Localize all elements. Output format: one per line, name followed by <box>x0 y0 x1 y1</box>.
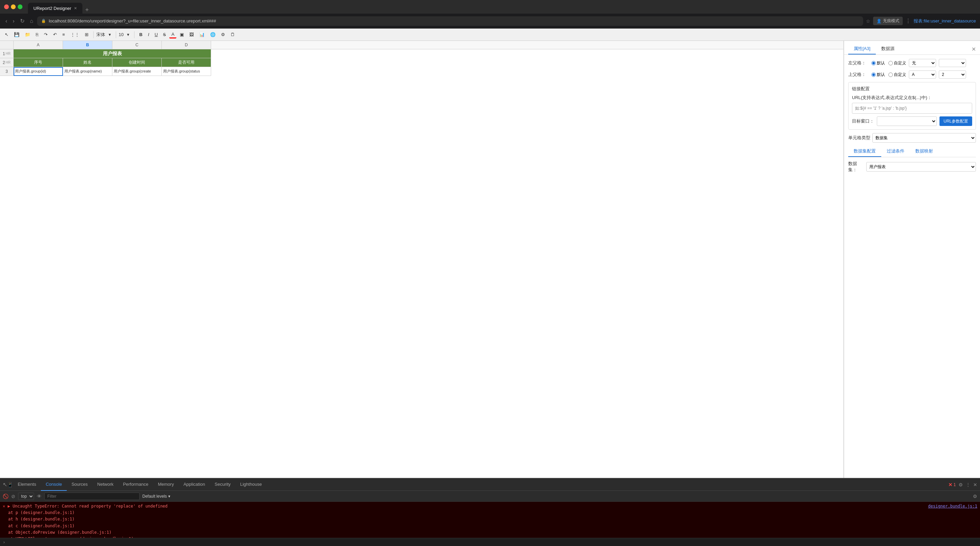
border-button[interactable]: ▣ <box>178 31 186 38</box>
data-tab-filter[interactable]: 过滤条件 <box>881 146 910 157</box>
devtools-device-icon[interactable]: 📱 <box>7 482 13 487</box>
font-dropdown-icon[interactable]: ▾ <box>107 31 113 38</box>
cell-3a[interactable]: 用户报表.group(id) <box>14 67 63 76</box>
close-button[interactable] <box>4 5 9 9</box>
maximize-button[interactable] <box>18 5 22 9</box>
image-button[interactable]: 🖼 <box>187 31 196 38</box>
devtools-tab-console[interactable]: Console <box>41 479 67 491</box>
left-custom-radio[interactable]: 自定义 <box>888 60 906 66</box>
devtools-tab-performance[interactable]: Performance <box>118 479 153 491</box>
cell-2a[interactable]: 序号 <box>14 58 63 67</box>
left-select-1[interactable]: 无 <box>909 59 936 67</box>
default-levels-btn[interactable]: Default levels ▾ <box>142 494 170 499</box>
devtools-tab-application[interactable]: Application <box>179 479 210 491</box>
tab-bar: UReport2 Designer ✕ + <box>25 0 976 14</box>
url-param-button[interactable]: URL参数配置 <box>939 116 972 126</box>
left-default-radio[interactable]: 默认 <box>871 60 885 66</box>
row-label-1: HR <box>6 52 11 56</box>
eye-icon[interactable]: 👁 <box>37 494 41 499</box>
data-tab-dataset[interactable]: 数据集配置 <box>848 146 881 157</box>
font-color-button[interactable]: A <box>169 31 177 38</box>
cell-type-select[interactable]: 数据集 <box>872 133 976 143</box>
bold-button[interactable]: B <box>137 31 145 38</box>
cell-3d[interactable]: 用户报表.group(status <box>162 67 211 76</box>
devtools-tab-console-label: Console <box>46 482 62 487</box>
url-bar[interactable]: 🔒 localhost:8080/demo/ureport/designer?_… <box>37 16 863 26</box>
underline-button[interactable]: U <box>153 31 160 38</box>
browser-menu-icon[interactable]: ⋮ <box>905 18 911 24</box>
devtools-tab-lighthouse[interactable]: Lighthouse <box>235 479 267 491</box>
merged-cell-title[interactable]: 用户报表 <box>14 49 211 58</box>
back-button[interactable]: ‹ <box>4 17 8 25</box>
col-header-a[interactable]: A <box>14 41 63 49</box>
web-button[interactable]: 🌐 <box>208 31 218 38</box>
tab-datasource-label: 数据源 <box>881 46 894 51</box>
col-header-d[interactable]: D <box>162 41 211 49</box>
tab-attr[interactable]: 属性[A3] <box>848 44 876 54</box>
tab-datasource[interactable]: 数据源 <box>876 44 900 54</box>
home-button[interactable]: ⌂ <box>29 17 35 25</box>
url-input[interactable] <box>852 103 972 114</box>
cell-2d[interactable]: 是否可用 <box>162 58 211 67</box>
cell-3c[interactable]: 用户报表.group(create <box>112 67 162 76</box>
font-name[interactable]: 宋体 <box>96 32 105 38</box>
font-size[interactable]: 10 <box>119 32 124 37</box>
cell-2c[interactable]: 创建时间 <box>112 58 162 67</box>
devtools-select-icon[interactable]: ↖ <box>3 481 7 488</box>
toolbar-open-icon[interactable]: 📁 <box>23 31 32 38</box>
dataset-select[interactable]: 用户报表 <box>866 162 976 171</box>
devtools-tab-elements[interactable]: Elements <box>13 479 41 491</box>
toolbar-undo-icon[interactable]: ↶ <box>51 31 59 38</box>
top-default-radio[interactable]: 默认 <box>871 72 885 78</box>
data-tab-mapping[interactable]: 数据映射 <box>910 146 939 157</box>
devtools-tab-sources[interactable]: Sources <box>67 479 92 491</box>
new-tab-icon[interactable]: + <box>85 6 89 14</box>
fontsize-dropdown-icon[interactable]: ▾ <box>125 31 131 38</box>
context-select[interactable]: top <box>18 492 34 500</box>
chart-button[interactable]: 📊 <box>197 31 207 38</box>
profile-button[interactable]: 👤 无痕模式 <box>873 17 903 25</box>
toolbar-save-icon[interactable]: 💾 <box>12 31 21 38</box>
filter-input[interactable] <box>44 492 140 500</box>
toolbar-lines-icon[interactable]: ≡ <box>60 31 67 38</box>
devtools-tab-network-label: Network <box>97 482 114 487</box>
italic-button[interactable]: I <box>146 31 151 38</box>
col-header-c[interactable]: C <box>112 41 162 49</box>
console-input-row: › <box>0 538 980 546</box>
devtools-settings-icon[interactable]: ⚙ <box>959 482 963 487</box>
reload-button[interactable]: ↻ <box>19 16 26 25</box>
top-select-2[interactable]: 2 <box>939 70 966 79</box>
panel-body: 左父格： 默认 自定义 无 <box>844 55 980 177</box>
devtools-tab-security[interactable]: Security <box>210 479 235 491</box>
cell-2b[interactable]: 姓名 <box>63 58 112 67</box>
minimize-button[interactable] <box>11 5 16 9</box>
settings-icon[interactable]: ⚙ <box>219 31 227 38</box>
traffic-lights <box>4 5 22 9</box>
console-filter-icon[interactable]: ⊘ <box>11 494 15 499</box>
top-custom-radio[interactable]: 自定义 <box>888 72 906 78</box>
active-tab[interactable]: UReport2 Designer ✕ <box>28 3 83 14</box>
toolbar-grid-icon[interactable]: ⊞ <box>83 31 91 38</box>
error-file-link[interactable]: designer.bundle.js:1 <box>928 503 978 509</box>
toolbar-redo-icon[interactable]: ↷ <box>42 31 50 38</box>
strikethrough-button[interactable]: S̶ <box>161 31 168 38</box>
target-window-select[interactable] <box>877 116 937 126</box>
bookmark-icon[interactable]: ☆ <box>866 18 870 24</box>
col-header-b[interactable]: B <box>63 41 112 49</box>
cell-3b[interactable]: 用户报表.group(name) <box>63 67 112 76</box>
console-clear-icon[interactable]: 🚫 <box>3 494 8 499</box>
left-select-2[interactable] <box>939 59 966 67</box>
devtools-more-icon[interactable]: ⋮ <box>966 482 970 487</box>
toolbar-select-icon[interactable]: ↖ <box>3 31 11 38</box>
toolbar-align-icon[interactable]: ⋮⋮ <box>68 31 81 38</box>
preview-button[interactable]: 🗒 <box>229 31 237 38</box>
devtools-tab-memory[interactable]: Memory <box>153 479 179 491</box>
devtools-close-icon[interactable]: ✕ <box>973 482 977 487</box>
tab-close-icon[interactable]: ✕ <box>74 6 77 11</box>
toolbar-copy-icon[interactable]: ⎘ <box>34 31 41 38</box>
devtools-tab-network[interactable]: Network <box>92 479 118 491</box>
panel-close-icon[interactable]: ✕ <box>972 46 976 52</box>
forward-button[interactable]: › <box>11 17 16 25</box>
top-select-1[interactable]: A <box>909 70 936 79</box>
console-settings-icon[interactable]: ⚙ <box>973 494 977 499</box>
